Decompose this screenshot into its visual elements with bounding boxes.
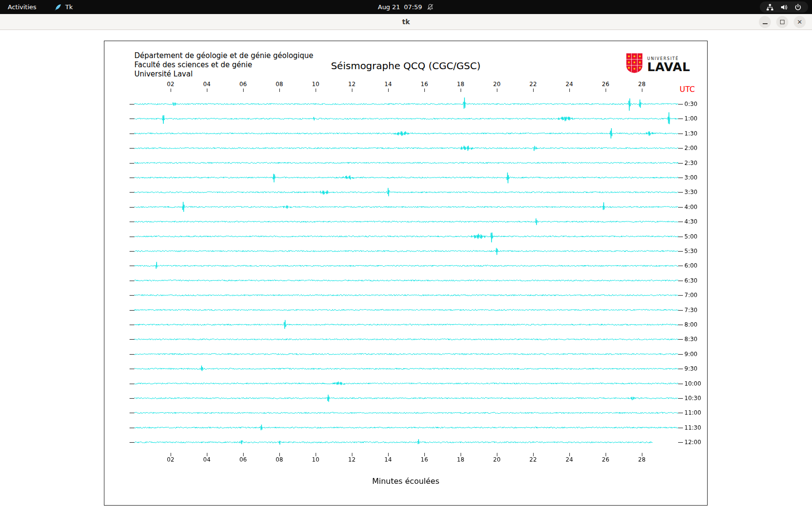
x-tick-label-top: 14 xyxy=(381,81,395,88)
trace-time-label: 3:30 xyxy=(684,189,697,195)
trace-time-label: 11:00 xyxy=(684,409,701,416)
page-title: Séismographe QCQ (CGC/GSC) xyxy=(104,60,707,72)
x-tick-label-top: 04 xyxy=(200,81,214,88)
x-tick-label-bottom: 06 xyxy=(236,456,250,463)
trace-time-label: 8:30 xyxy=(684,336,697,343)
x-tick-label-top: 06 xyxy=(236,81,250,88)
trace-time-label: 4:00 xyxy=(684,204,697,210)
trace-time-label: 1:30 xyxy=(684,130,697,137)
logo-laval-text: LAVAL xyxy=(647,61,690,74)
trace-time-label: 7:00 xyxy=(684,292,697,299)
x-tick-label-top: 12 xyxy=(345,81,359,88)
trace-time-label: 3:00 xyxy=(684,174,697,181)
universite-laval-logo: UNIVERSITÉ LAVAL xyxy=(625,52,690,76)
minimize-button[interactable] xyxy=(759,16,771,28)
x-tick-label-bottom: 12 xyxy=(345,456,359,463)
seismograph-canvas xyxy=(130,89,688,462)
x-tick-label-top: 22 xyxy=(526,81,540,88)
trace-time-label: 12:00 xyxy=(684,439,701,446)
window-controls: ✕ xyxy=(759,16,806,28)
seismograph-panel: Département de géologie et de génie géol… xyxy=(104,41,708,506)
x-tick-label-bottom: 16 xyxy=(417,456,432,463)
laval-shield-icon xyxy=(625,52,643,76)
x-tick-label-top: 10 xyxy=(308,81,323,88)
trace-time-label: 10:30 xyxy=(684,395,701,402)
x-tick-label-bottom: 22 xyxy=(526,456,540,463)
trace-time-label: 9:00 xyxy=(684,351,697,358)
x-axis-title: Minutes écoulées xyxy=(104,477,707,486)
window-title: tk xyxy=(0,14,812,30)
x-tick-label-bottom: 04 xyxy=(200,456,214,463)
x-tick-label-bottom: 10 xyxy=(308,456,323,463)
x-tick-label-top: 18 xyxy=(453,81,468,88)
maximize-button[interactable] xyxy=(776,16,788,28)
tk-app-indicator[interactable]: Tk xyxy=(54,3,72,11)
x-tick-label-top: 24 xyxy=(562,81,577,88)
network-icon xyxy=(766,3,774,11)
trace-time-label: 11:30 xyxy=(684,424,701,431)
trace-time-label: 2:00 xyxy=(684,145,697,151)
x-tick-label-bottom: 20 xyxy=(490,456,504,463)
trace-time-label: 7:30 xyxy=(684,307,697,314)
x-tick-label-bottom: 18 xyxy=(453,456,468,463)
x-axis-bottom-labels: 0204060810121416182022242628 xyxy=(104,456,707,463)
x-tick-label-bottom: 28 xyxy=(635,456,649,463)
x-tick-label-top: 28 xyxy=(635,81,649,88)
x-tick-label-bottom: 14 xyxy=(381,456,395,463)
trace-time-label: 10:00 xyxy=(684,380,701,387)
trace-time-label: 5:00 xyxy=(684,233,697,240)
trace-time-label: 8:00 xyxy=(684,321,697,328)
x-axis-top-labels: 0204060810121416182022242628 xyxy=(104,81,707,88)
utc-row-labels: 0:301:001:302:002:303:003:304:004:305:00… xyxy=(684,41,711,505)
x-tick-label-top: 16 xyxy=(417,81,432,88)
x-tick-label-bottom: 26 xyxy=(598,456,613,463)
volume-icon xyxy=(780,3,788,11)
trace-time-label: 1:00 xyxy=(684,115,697,122)
x-tick-label-top: 08 xyxy=(272,81,287,88)
x-tick-label-bottom: 24 xyxy=(562,456,577,463)
tk-app-indicator-label: Tk xyxy=(65,3,72,11)
trace-time-label: 2:30 xyxy=(684,160,697,166)
org-line-1: Département de géologie et de génie géol… xyxy=(134,51,313,60)
clock-button[interactable]: Aug 21 07:59 xyxy=(378,3,435,11)
screen: { "top_bar": { "activities_label": "Acti… xyxy=(0,0,812,508)
x-tick-label-top: 20 xyxy=(490,81,504,88)
top-bar: Activities Tk Aug 21 07:59 xyxy=(0,0,812,14)
trace-time-label: 5:30 xyxy=(684,248,697,254)
trace-time-label: 6:30 xyxy=(684,277,697,284)
system-status-area[interactable] xyxy=(760,1,808,13)
x-tick-label-top: 02 xyxy=(163,81,178,88)
power-icon xyxy=(794,3,802,11)
close-button[interactable]: ✕ xyxy=(794,16,806,28)
trace-time-label: 6:00 xyxy=(684,262,697,269)
notifications-disabled-icon xyxy=(426,3,434,11)
clock-time: 07:59 xyxy=(404,3,422,11)
maximize-icon xyxy=(780,20,784,24)
tk-feather-icon xyxy=(54,3,62,11)
close-icon: ✕ xyxy=(797,19,802,25)
clock-date: Aug 21 xyxy=(378,3,400,11)
x-tick-label-bottom: 02 xyxy=(163,456,178,463)
title-bar[interactable]: tk ✕ xyxy=(0,14,812,30)
x-tick-label-top: 26 xyxy=(598,81,613,88)
activities-button[interactable]: Activities xyxy=(8,3,36,11)
trace-time-label: 0:30 xyxy=(684,101,697,107)
x-tick-label-bottom: 08 xyxy=(272,456,287,463)
trace-time-label: 4:30 xyxy=(684,218,697,225)
minimize-icon xyxy=(763,23,768,24)
trace-time-label: 9:30 xyxy=(684,365,697,372)
